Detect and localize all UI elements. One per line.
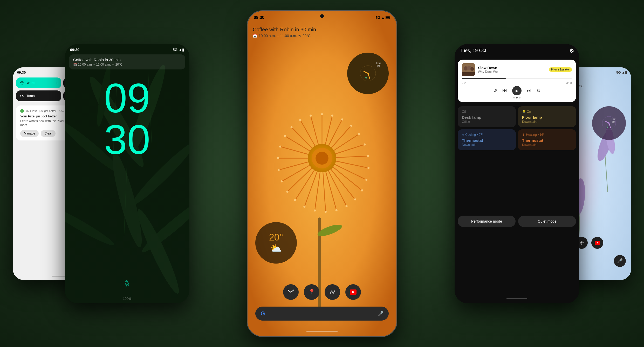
phone1-time: 09:30 [17, 70, 26, 74]
fan-icon[interactable] [325, 284, 340, 300]
quiet-mode-button[interactable]: Quiet mode [518, 216, 576, 227]
mode-buttons: Performance mode Quiet mode [455, 213, 579, 230]
thermostat-cooling-tile[interactable]: ❄ Cooling • 27° Thermostat Downstairs [458, 129, 516, 150]
svg-point-102 [608, 122, 610, 124]
music-info: Slow Down Why Don't We [478, 66, 546, 74]
youtube-icon[interactable] [345, 284, 361, 300]
google-g-logo: G [261, 310, 265, 317]
settings-gear-icon[interactable]: ⚙ [569, 48, 574, 54]
desk-lamp-name: Desk lamp [462, 115, 512, 119]
phone2-overlay: 09:30 5G ▲▮ Coffee with Robin in 30 min … [65, 44, 189, 303]
chevron-icon: › [57, 81, 58, 85]
svg-point-52 [346, 205, 348, 207]
floor-lamp-tile[interactable]: 💡 On Floor lamp Downstairs [518, 106, 576, 127]
svg-line-101 [609, 123, 611, 128]
dot-3 [519, 97, 520, 98]
phone4-date: Tues, 19 Oct [460, 48, 486, 53]
svg-point-57 [294, 199, 296, 201]
home-indicator-p4 [506, 298, 527, 299]
clock-widget-p5: Tue 19 [592, 106, 626, 140]
search-bar-p3[interactable]: G 🎤 [255, 307, 389, 321]
svg-point-60 [278, 169, 280, 171]
phone3-signal-text: 5G [375, 16, 380, 20]
svg-line-77 [368, 73, 370, 79]
maps-pin-icon: 📍 [308, 289, 315, 295]
svg-point-48 [367, 167, 369, 169]
play-button[interactable]: ▶ [512, 86, 522, 95]
gmail-icon[interactable] [283, 284, 299, 300]
music-card: Slow Down Why Don't We Phone Speaker 2:2… [458, 60, 576, 102]
torch-tile[interactable]: ☀ Torch [16, 90, 61, 101]
music-time-current: 2:20 [462, 81, 467, 84]
phone-4: Tues, 19 Oct ⚙ [455, 44, 579, 303]
maps-icon[interactable]: 📍 [304, 284, 319, 300]
mic-icon-search[interactable]: 🎤 [378, 311, 383, 316]
phone2-signal: 5G ▲▮ [173, 48, 184, 52]
svg-point-63 [284, 135, 286, 137]
svg-point-103 [607, 126, 608, 128]
svg-point-41 [321, 113, 323, 115]
wifi-label: Wi-Fi [26, 81, 34, 85]
event-sub-p3: 📅 10.00 a.m. – 11.00 a.m. ☀ 20°C [253, 34, 391, 38]
svg-point-46 [364, 144, 366, 146]
svg-point-42 [331, 115, 333, 117]
desk-lamp-tile[interactable]: Off Desk lamp Office [458, 106, 516, 127]
svg-point-62 [279, 146, 281, 148]
svg-point-55 [314, 209, 316, 211]
rewind-button[interactable]: ↺ [493, 88, 497, 94]
weather-icon-p3: ⛅ [270, 243, 282, 254]
svg-point-61 [277, 157, 279, 159]
thermostat-cooling-loc: Downstairs [462, 143, 512, 147]
clock-date2-p3: 19 [376, 65, 380, 68]
svg-point-56 [303, 206, 305, 208]
music-dots [462, 97, 572, 98]
music-title: Slow Down [478, 66, 546, 70]
youtube-icon-p5[interactable] [591, 237, 603, 249]
music-progress-bar[interactable] [462, 78, 572, 79]
mic-button-p5[interactable]: 🎤 [614, 255, 626, 267]
app-dock-p3: 📍 [283, 284, 361, 300]
svg-rect-73 [390, 17, 390, 18]
fingerprint-icon-p2[interactable] [65, 279, 189, 292]
svg-point-64 [291, 126, 293, 128]
calendar-icon-p3: 📅 [253, 34, 257, 38]
floor-lamp-name: Floor lamp [522, 115, 572, 119]
event-title-p3: Coffee with Robin in 30 min [253, 27, 391, 33]
wifi-tile[interactable]: Wi-Fi › [16, 77, 61, 88]
prev-button[interactable]: ⏮ [502, 88, 507, 93]
heating-status: 🌡 Heating • 16° [522, 133, 572, 137]
weather-temp-p3: 20° [269, 232, 283, 243]
svg-rect-86 [462, 72, 475, 76]
svg-rect-74 [386, 17, 389, 19]
svg-point-66 [310, 115, 312, 117]
svg-point-59 [281, 180, 283, 182]
svg-point-53 [335, 209, 338, 211]
desk-lamp-loc: Office [462, 120, 512, 124]
desk-lamp-status: Off [462, 110, 512, 114]
thermostat-heating-tile[interactable]: 🌡 Heating • 16° Thermostat Downstairs [518, 129, 576, 150]
music-time-total: 3:08 [566, 81, 572, 84]
home-indicator-p3 [306, 331, 338, 332]
thermostat-cooling-name: Thermostat [462, 138, 512, 143]
svg-point-65 [299, 119, 301, 121]
torch-icon: ☀ [20, 94, 24, 98]
cooling-icon: ❄ [462, 133, 464, 137]
performance-mode-button[interactable]: Performance mode [458, 216, 516, 227]
calendar-banner-p3: Coffee with Robin in 30 min 📅 10.00 a.m.… [253, 27, 391, 38]
manage-button[interactable]: Manage [20, 130, 39, 137]
next-button[interactable]: ⏭ [527, 88, 531, 93]
forward-button[interactable]: ↻ [537, 88, 540, 94]
phones-container: 09:30 5G ▲ Wi-Fi › [0, 0, 644, 347]
album-art-inner [462, 63, 475, 76]
clock-date2-p5: 19 [612, 121, 615, 123]
clear-button[interactable]: Clear [41, 130, 56, 137]
clock-minute-p2: 30 [65, 119, 189, 160]
calendar-icon-p2: 📅 [73, 63, 77, 66]
lamp-on-icon: 💡 [522, 110, 526, 114]
torch-label: Torch [26, 94, 35, 98]
music-times: 2:20 3:08 [462, 81, 572, 84]
clock-hour-p2: 09 [65, 77, 189, 119]
cooling-status: ❄ Cooling • 27° [462, 133, 512, 137]
music-top: Slow Down Why Don't We Phone Speaker [462, 63, 572, 76]
clock-widget-p3: Tue 19 [347, 53, 389, 94]
